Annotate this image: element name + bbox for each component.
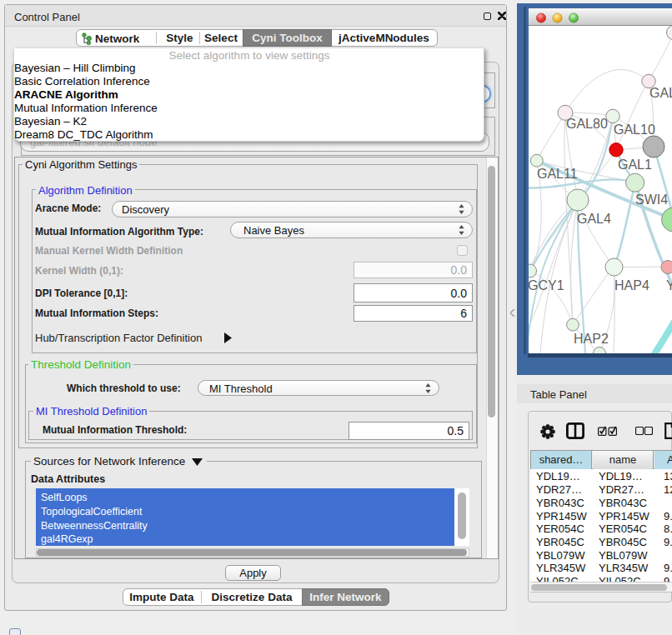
svg-text:GAL11: GAL11 xyxy=(537,167,578,181)
svg-text:GAL1: GAL1 xyxy=(618,158,652,172)
svg-text:Y: Y xyxy=(666,278,672,292)
svg-text:GAL2: GAL2 xyxy=(649,86,672,100)
svg-text:GAL80: GAL80 xyxy=(566,117,608,131)
svg-text:GAL10: GAL10 xyxy=(614,122,655,137)
svg-text:GAL4: GAL4 xyxy=(577,212,611,226)
svg-text:HAP4: HAP4 xyxy=(614,278,649,292)
svg-text:SWI4: SWI4 xyxy=(635,192,668,207)
svg-text:HAP2: HAP2 xyxy=(574,332,609,346)
svg-text:GCY1: GCY1 xyxy=(529,278,564,292)
